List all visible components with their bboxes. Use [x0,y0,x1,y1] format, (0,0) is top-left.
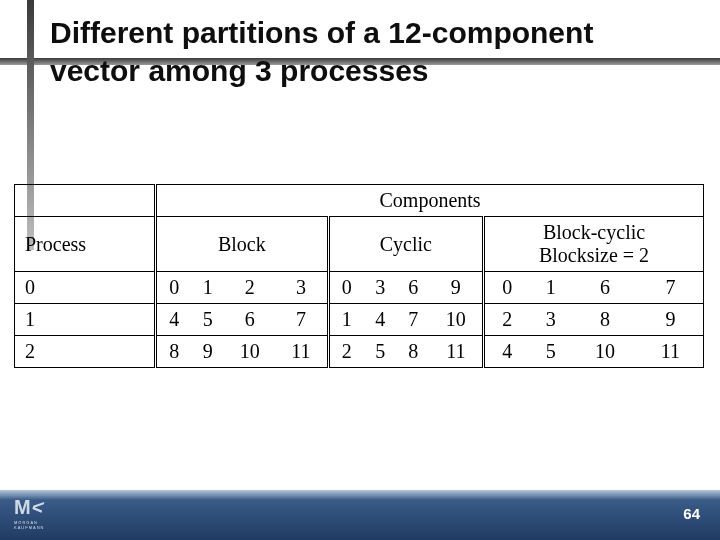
cell: 1 [530,272,572,304]
cell-process: 0 [15,272,156,304]
publisher-logo: M< MORGAN KAUFMANN [14,496,69,536]
page-number: 64 [683,505,700,522]
logo-main: M< [14,496,44,518]
cell: 7 [638,272,704,304]
cell: 3 [364,272,397,304]
header-block: Block [156,217,328,272]
cell: 9 [191,336,224,368]
table-row: 2 8 9 10 11 2 5 8 11 4 5 10 11 [15,336,704,368]
cell: 4 [484,336,530,368]
cell: 11 [275,336,328,368]
cell: 0 [328,272,364,304]
footer-bar: M< MORGAN KAUFMANN 64 [0,490,720,540]
cell: 6 [397,272,430,304]
cell: 6 [572,272,638,304]
cell: 10 [572,336,638,368]
cell-process: 1 [15,304,156,336]
partition-table: Components Process Block Cyclic Block-cy… [14,184,704,368]
cell: 10 [224,336,275,368]
cell: 11 [638,336,704,368]
cell: 8 [156,336,192,368]
header-empty [15,185,156,217]
cell: 0 [156,272,192,304]
logo-subtext: MORGAN KAUFMANN [14,520,69,530]
header-process: Process [15,217,156,272]
cell: 2 [224,272,275,304]
cell: 7 [275,304,328,336]
header-block-cyclic-l1: Block-cyclic [543,221,645,243]
table-row: 1 4 5 6 7 1 4 7 10 2 3 8 9 [15,304,704,336]
cell: 1 [191,272,224,304]
logo-slash-icon: < [29,496,48,519]
header-cyclic: Cyclic [328,217,484,272]
cell: 11 [430,336,484,368]
header-block-cyclic: Block-cyclic Blocksize = 2 [484,217,704,272]
cell: 7 [397,304,430,336]
cell: 5 [364,336,397,368]
cell: 5 [530,336,572,368]
table-row: 0 0 1 2 3 0 3 6 9 0 1 6 7 [15,272,704,304]
header-block-cyclic-l2: Blocksize = 2 [539,244,649,266]
cell: 6 [224,304,275,336]
cell: 9 [638,304,704,336]
cell: 8 [397,336,430,368]
cell: 4 [364,304,397,336]
cell: 9 [430,272,484,304]
cell: 2 [328,336,364,368]
cell-process: 2 [15,336,156,368]
cell: 1 [328,304,364,336]
cell: 2 [484,304,530,336]
page-title: Different partitions of a 12-component v… [50,14,650,89]
cell: 5 [191,304,224,336]
cell: 0 [484,272,530,304]
cell: 8 [572,304,638,336]
cell: 3 [275,272,328,304]
header-components: Components [156,185,704,217]
cell: 3 [530,304,572,336]
cell: 10 [430,304,484,336]
cell: 4 [156,304,192,336]
